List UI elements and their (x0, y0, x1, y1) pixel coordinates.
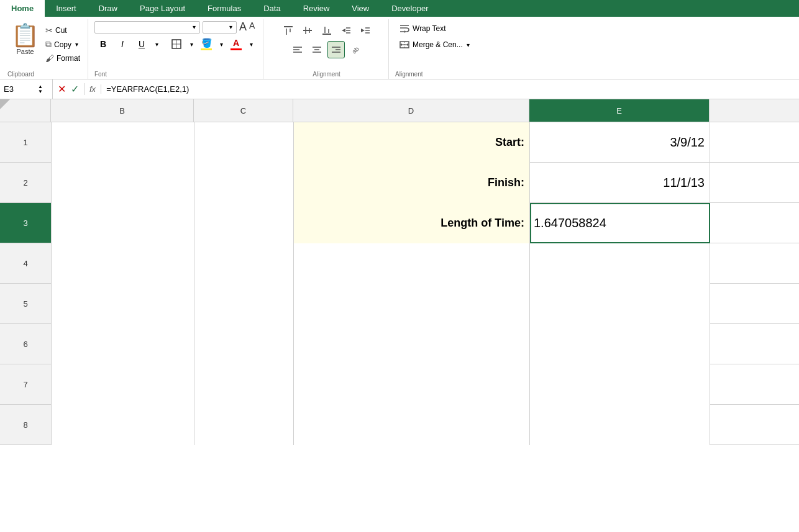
cell-B8[interactable] (52, 405, 194, 445)
col-header-B[interactable]: B (51, 99, 194, 122)
row-num-7[interactable]: 7 (0, 364, 51, 405)
cell-D2[interactable]: Finish: (294, 163, 530, 203)
cell-B7[interactable] (52, 364, 194, 405)
cell-E5[interactable] (530, 284, 710, 324)
font-color-dropdown[interactable]: ▾ (247, 35, 255, 53)
cell-E2[interactable]: 11/1/13 (530, 163, 710, 203)
indent-increase-button[interactable] (357, 22, 374, 39)
cell-C6[interactable] (194, 324, 294, 364)
row-numbers: 12345678 (0, 122, 52, 445)
tab-insert[interactable]: Insert (45, 0, 88, 17)
cell-B2[interactable] (52, 163, 194, 203)
indent-decrease-button[interactable] (337, 22, 355, 39)
font-name-row: ▾ ▾ A A (94, 20, 255, 34)
wrap-text-button[interactable]: Wrap Text (395, 22, 450, 35)
cell-B4[interactable] (52, 243, 194, 284)
vertical-align-row (280, 22, 374, 39)
text-direction-button[interactable]: ab (347, 41, 364, 58)
fill-color-dropdown[interactable]: ▾ (217, 35, 226, 53)
cell-E1[interactable]: 3/9/12 (530, 122, 710, 163)
cell-C5[interactable] (194, 284, 294, 324)
cell-D1[interactable]: Start: (294, 122, 530, 163)
cell-B5[interactable] (52, 284, 194, 324)
increase-font-button[interactable]: A (239, 20, 247, 34)
align-left-button[interactable] (289, 41, 306, 58)
row-num-4[interactable]: 4 (0, 243, 51, 284)
cell-D4[interactable] (294, 243, 530, 284)
font-size-arrow[interactable]: ▾ (229, 24, 232, 30)
merge-center-arrow[interactable]: ▾ (467, 42, 470, 48)
cut-button[interactable]: ✂ Cut (43, 24, 83, 37)
align-top-button[interactable] (280, 22, 297, 39)
row-num-1[interactable]: 1 (0, 122, 51, 163)
cell-E8[interactable] (530, 405, 710, 445)
cell-E3[interactable]: 1.647058824 (530, 203, 710, 243)
tab-page-layout[interactable]: Page Layout (129, 0, 196, 17)
font-size-select[interactable]: ▾ (203, 21, 237, 34)
tab-data[interactable]: Data (252, 0, 291, 17)
border-dropdown[interactable]: ▾ (187, 41, 196, 48)
cell-E4[interactable] (530, 243, 710, 284)
paste-button[interactable]: 📋 Paste (7, 22, 43, 58)
bold-button[interactable]: B (94, 35, 112, 53)
cell-D6[interactable] (294, 324, 530, 364)
cell-D8[interactable] (294, 405, 530, 445)
tab-home[interactable]: Home (0, 0, 45, 17)
underline-button[interactable]: U (133, 35, 150, 53)
cell-B6[interactable] (52, 324, 194, 364)
italic-button[interactable]: I (114, 35, 131, 53)
cell-ref-box: ▲ ▼ (0, 79, 53, 99)
tab-developer[interactable]: Developer (380, 0, 439, 17)
underline-dropdown[interactable]: ▾ (152, 41, 161, 48)
format-button[interactable]: 🖌 Format (43, 52, 83, 65)
tab-draw[interactable]: Draw (88, 0, 129, 17)
cell-D5[interactable] (294, 284, 530, 324)
decrease-font-button[interactable]: A (249, 20, 255, 34)
align-center-button[interactable] (308, 41, 326, 58)
cell-D3[interactable]: Length of Time: (294, 203, 530, 243)
col-header-E[interactable]: E (529, 99, 710, 122)
col-header-C[interactable]: C (194, 99, 293, 122)
select-all-icon[interactable] (0, 99, 51, 122)
cell-B1[interactable] (52, 122, 194, 163)
border-button[interactable] (168, 35, 185, 53)
text-direction-icon: ab (350, 44, 361, 55)
align-bottom-button[interactable] (318, 22, 336, 39)
tab-view[interactable]: View (340, 0, 380, 17)
cell-C4[interactable] (194, 243, 294, 284)
align-right-button[interactable] (327, 41, 345, 58)
font-name-arrow[interactable]: ▾ (193, 24, 196, 30)
font-name-select[interactable]: ▾ (94, 21, 200, 34)
cancel-formula-button[interactable]: ✕ (58, 83, 66, 95)
cell-C2[interactable] (194, 163, 294, 203)
cell-C7[interactable] (194, 364, 294, 405)
formula-input[interactable] (101, 84, 799, 94)
row-num-8[interactable]: 8 (0, 405, 51, 445)
col-header-D[interactable]: D (293, 99, 529, 122)
confirm-formula-button[interactable]: ✓ (71, 83, 79, 95)
row-num-6[interactable]: 6 (0, 324, 51, 364)
copy-label: Copy (54, 40, 71, 49)
fill-color-button[interactable]: 🪣 (198, 35, 215, 53)
row-num-5[interactable]: 5 (0, 284, 51, 324)
copy-button[interactable]: ⧉ Copy ▾ (43, 38, 83, 51)
merge-center-button[interactable]: Merge & Cen... ▾ (395, 38, 473, 52)
table-row: Finish:11/1/13 (52, 163, 799, 203)
border-icon (171, 38, 182, 50)
row-num-2[interactable]: 2 (0, 163, 51, 203)
cell-E7[interactable] (530, 364, 710, 405)
cell-ref-input[interactable] (4, 84, 38, 94)
cell-D7[interactable] (294, 364, 530, 405)
cell-E6[interactable] (530, 324, 710, 364)
row-num-3[interactable]: 3 (0, 203, 51, 243)
copy-dropdown-arrow[interactable]: ▾ (75, 41, 78, 48)
tab-review[interactable]: Review (292, 0, 341, 17)
cell-C1[interactable] (194, 122, 294, 163)
tab-formulas[interactable]: Formulas (196, 0, 252, 17)
cell-ref-down-arrow[interactable]: ▼ (38, 89, 43, 94)
cell-B3[interactable] (52, 203, 194, 243)
cell-C8[interactable] (194, 405, 294, 445)
font-color-button[interactable]: A (227, 35, 245, 53)
cell-C3[interactable] (194, 203, 294, 243)
align-middle-button[interactable] (299, 22, 316, 39)
